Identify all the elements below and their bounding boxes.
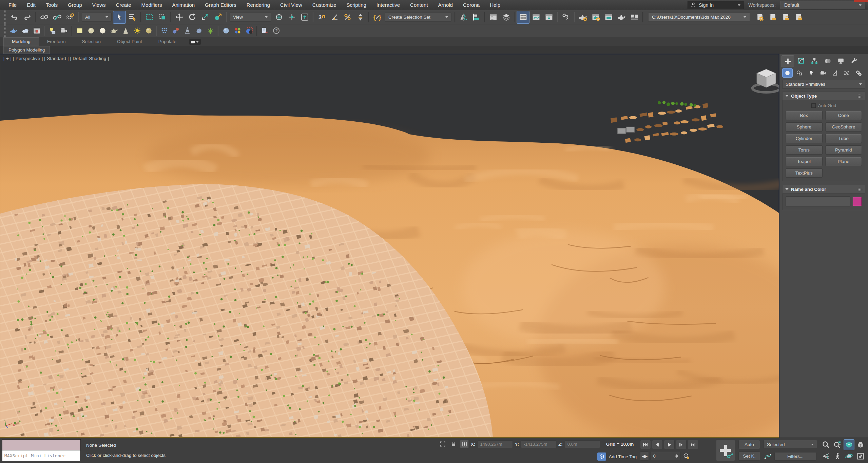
plane-button[interactable]: Plane — [825, 157, 862, 166]
mirror-icon[interactable] — [457, 11, 470, 24]
cylinder-button[interactable]: Cylinder — [786, 134, 823, 143]
edit-named-selection-sets-icon[interactable]: {} — [371, 11, 384, 24]
corona-cloud-icon[interactable] — [19, 25, 31, 37]
object-name-field[interactable] — [786, 196, 850, 206]
ribbon-display-toggle[interactable] — [189, 39, 201, 45]
panel-tab-systems[interactable] — [853, 68, 864, 78]
polygon-modeling-panel[interactable]: Polygon Modeling — [3, 46, 50, 54]
window-crossing-icon[interactable] — [156, 11, 169, 24]
material-editor-icon[interactable] — [576, 11, 589, 24]
menu-scripting[interactable]: Scripting — [341, 0, 371, 10]
zoom-extents-all-button[interactable] — [855, 439, 866, 450]
menu-file[interactable]: File — [3, 0, 22, 10]
cone-button[interactable]: Cone — [825, 111, 862, 120]
menu-civil-view[interactable]: Civil View — [275, 0, 307, 10]
menu-modifiers[interactable]: Modifiers — [136, 0, 167, 10]
previous-frame-button[interactable] — [652, 440, 663, 449]
toolbar-grip[interactable] — [3, 24, 6, 37]
geosphere-button[interactable]: GeoSphere — [825, 122, 862, 132]
menu-corona[interactable]: Corona — [458, 0, 485, 10]
menu-group[interactable]: Group — [63, 0, 87, 10]
rendered-frame-window-icon[interactable] — [602, 11, 615, 24]
panel-tab-space-warps[interactable] — [842, 68, 852, 78]
coordinate-system-dropdown[interactable]: View — [230, 13, 271, 22]
go-to-end-button[interactable] — [688, 440, 698, 449]
set-keys-button[interactable] — [716, 439, 735, 461]
ribbon-tab-freeform[interactable]: Freeform — [39, 38, 74, 46]
keyboard-shortcut-override-icon[interactable] — [298, 11, 311, 24]
sphere-matte-icon[interactable] — [143, 25, 154, 37]
project-open-icon[interactable] — [779, 11, 792, 24]
panel-tab-shapes[interactable] — [794, 68, 805, 78]
panel-tab-display[interactable] — [834, 55, 847, 67]
name-color-header[interactable]: Name and Color — [782, 185, 865, 194]
scatter-tool-icon[interactable] — [158, 25, 170, 37]
zoom-all-button[interactable] — [832, 439, 843, 450]
viewport-label[interactable]: [ + ] [ Perspective ] [ Standard ] [ Def… — [3, 56, 109, 61]
workspace-dropdown[interactable]: Default — [780, 1, 865, 9]
selection-set-dropdown[interactable]: Create Selection Set — [385, 13, 451, 22]
select-and-rotate-icon[interactable] — [186, 11, 198, 24]
category-dropdown[interactable]: Standard Primitives — [782, 80, 865, 89]
isolate-selection-toggle[interactable] — [438, 440, 447, 448]
redo-icon[interactable] — [21, 11, 34, 24]
add-time-tag-label[interactable]: Add Time Tag — [609, 454, 637, 459]
panel-tab-utilities[interactable] — [848, 55, 860, 67]
autogrid-checkbox[interactable] — [811, 103, 816, 108]
sign-in-button[interactable]: Sign In — [688, 1, 744, 9]
project-create-icon[interactable] — [753, 11, 766, 24]
menu-rendering[interactable]: Rendering — [242, 0, 275, 10]
panel-tab-motion[interactable] — [821, 55, 834, 67]
select-object-icon[interactable] — [113, 11, 126, 24]
selection-lock-toggle[interactable] — [449, 440, 458, 448]
ribbon-tab-object-paint[interactable]: Object Paint — [109, 38, 150, 46]
grass-object-icon[interactable] — [205, 25, 216, 37]
script-listener-icon[interactable] — [259, 25, 270, 37]
material-molecule-icon[interactable] — [170, 25, 181, 37]
close-button-stub[interactable] — [854, 0, 868, 2]
render-production-icon[interactable] — [615, 11, 628, 24]
undo-icon[interactable] — [8, 11, 21, 24]
transform-type-in-toggle[interactable] — [460, 440, 469, 448]
corona-render-teapot-icon[interactable] — [8, 25, 19, 37]
unlink-selection-icon[interactable] — [51, 11, 63, 24]
pyramid-button[interactable]: Pyramid — [825, 145, 862, 155]
toggle-ribbon-icon[interactable] — [517, 11, 529, 24]
percent-snap-toggle-icon[interactable] — [341, 11, 354, 24]
render-setup-icon[interactable] — [589, 11, 602, 24]
box-button[interactable]: Box — [786, 111, 823, 120]
ribbon-tab-modeling[interactable]: Modeling — [3, 37, 39, 46]
menu-help[interactable]: Help — [485, 0, 505, 10]
override-material-sphere-icon[interactable] — [220, 25, 232, 37]
teapot-button[interactable]: Teapot — [786, 157, 823, 166]
snap-toggle-3d-icon[interactable]: 3 — [315, 11, 328, 24]
macro-recorder-pane[interactable] — [2, 440, 80, 450]
key-mode-toggle[interactable]: ◀▶ — [640, 451, 649, 461]
panel-tab-hierarchy[interactable] — [808, 55, 821, 67]
menu-create[interactable]: Create — [111, 0, 136, 10]
key-filters-selection-dropdown[interactable]: Selected — [764, 440, 817, 449]
time-configuration-button[interactable] — [682, 452, 691, 460]
menu-edit[interactable]: Edit — [22, 0, 41, 10]
zoom-button[interactable] — [821, 439, 831, 450]
panel-tab-helpers[interactable] — [830, 68, 840, 78]
menu-interactive[interactable]: Interactive — [371, 0, 405, 10]
sphere-shaded-icon[interactable] — [85, 25, 97, 37]
help-icon[interactable]: ? — [270, 25, 282, 37]
zoom-extents-selected-button[interactable] — [844, 439, 854, 450]
menu-customize[interactable]: Customize — [307, 0, 342, 10]
textplus-button[interactable]: TextPlus — [786, 168, 823, 178]
corona-frame-buffer-icon[interactable] — [31, 25, 42, 37]
volume-light-cone-icon[interactable] — [120, 25, 131, 37]
tube-button[interactable]: Tube — [825, 134, 862, 143]
go-to-start-button[interactable] — [640, 440, 651, 449]
menu-tools[interactable]: Tools — [41, 0, 63, 10]
sphere-white-icon[interactable] — [97, 25, 108, 37]
menu-graph-editors[interactable]: Graph Editors — [200, 0, 242, 10]
next-frame-button[interactable] — [676, 440, 687, 449]
x-coordinate-field[interactable]: 1490,267m — [478, 440, 513, 448]
dope-sheet-icon[interactable] — [542, 11, 555, 24]
y-coordinate-field[interactable]: -1413,275m — [521, 440, 556, 448]
panel-tab-geometry[interactable] — [782, 68, 793, 78]
sun-positioner-icon[interactable] — [131, 25, 143, 37]
